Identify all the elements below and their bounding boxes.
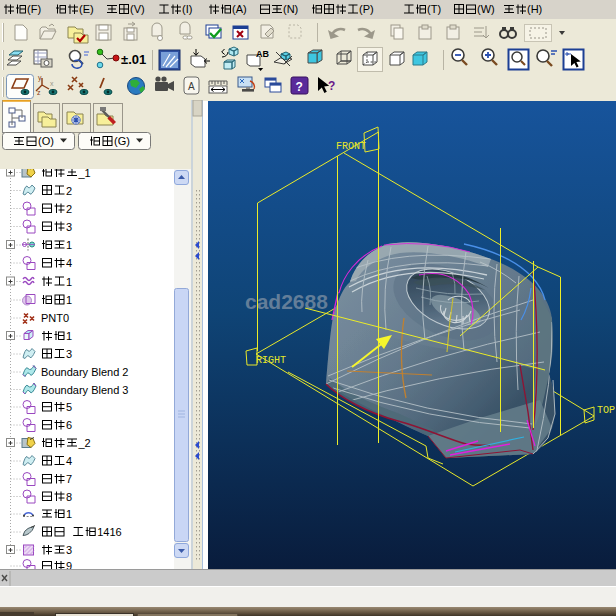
svg-text:2: 2: [66, 203, 72, 215]
svg-text:3: 3: [66, 544, 72, 556]
svg-text:y: y: [38, 74, 42, 82]
svg-text:Boundary Blend 3: Boundary Blend 3: [41, 384, 128, 396]
svg-text:z: z: [37, 89, 41, 96]
svg-text:?: ?: [328, 79, 335, 93]
svg-text:1: 1: [66, 239, 72, 251]
svg-text:3: 3: [66, 221, 72, 233]
svg-text:TOP: TOP: [597, 405, 615, 416]
svg-text:1: 1: [66, 508, 72, 520]
svg-text:4: 4: [66, 257, 72, 269]
svg-text:PNT0: PNT0: [41, 312, 69, 324]
svg-text:(O): (O): [38, 135, 54, 147]
svg-text:1: 1: [66, 330, 72, 342]
svg-text:_2: _2: [78, 437, 91, 449]
svg-text:1: 1: [66, 276, 72, 288]
svg-text:(G): (G): [114, 135, 130, 147]
svg-text:A: A: [188, 81, 195, 92]
svg-text:1416: 1416: [97, 526, 121, 538]
svg-text:x: x: [50, 80, 54, 87]
svg-text:1: 1: [66, 294, 72, 306]
svg-text:Boundary Blend 2: Boundary Blend 2: [41, 366, 128, 378]
svg-text:4: 4: [66, 455, 72, 467]
svg-text:FRONT: FRONT: [336, 141, 366, 152]
svg-text:7: 7: [66, 473, 72, 485]
svg-text:±.01: ±.01: [121, 52, 146, 67]
svg-text:8: 8: [66, 491, 72, 503]
svg-text:?: ?: [296, 80, 303, 94]
svg-text:RIGHT: RIGHT: [256, 355, 286, 366]
svg-text:3: 3: [66, 348, 72, 360]
svg-text:5: 5: [66, 401, 72, 413]
svg-text:6: 6: [66, 419, 72, 431]
svg-text:_1: _1: [78, 169, 91, 179]
svg-text:9: 9: [66, 560, 72, 569]
svg-text:AB: AB: [256, 49, 269, 59]
svg-text:2: 2: [66, 185, 72, 197]
